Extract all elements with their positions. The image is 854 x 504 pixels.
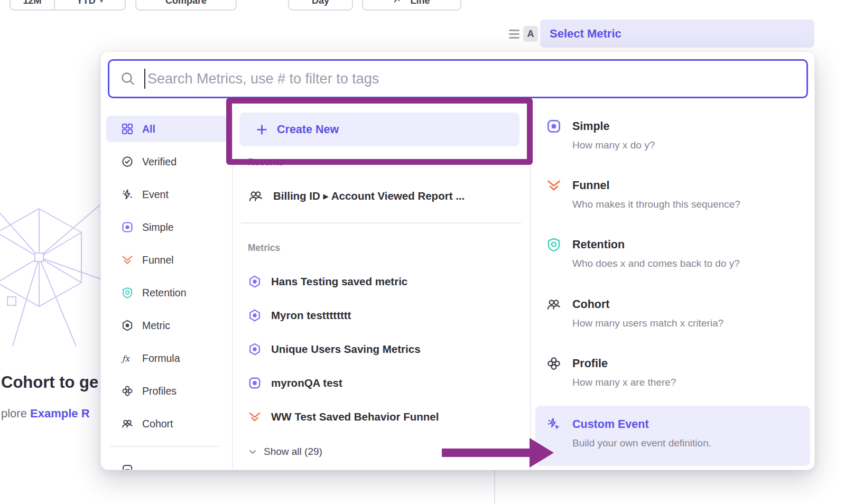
saved-metric-item[interactable]: Myron testttttttt [241,302,521,329]
search-icon [120,71,136,87]
saved-metric-label: Myron testttttttt [271,309,351,322]
sidebar-item-event[interactable]: Event [106,181,228,208]
funnel-icon [546,178,562,193]
metric-search[interactable] [108,59,808,98]
metric-type-profile[interactable]: Profile How many x are there? [535,356,810,388]
text-cursor [144,69,145,89]
sidebar-item-label: Funnel [142,254,174,266]
sidebar-item-verified[interactable]: Verified [106,148,228,175]
metric-type-retention[interactable]: Retention Who does x and comes back to d… [535,237,810,269]
select-metric-field[interactable]: Select Metric [540,20,814,48]
example-report-link[interactable]: Example R [30,407,90,420]
metric-type-title: Simple [572,120,610,133]
saved-metric-label: Unique Users Saving Metrics [271,343,421,356]
recent-metric-item[interactable]: Billing ID ▸ Account Viewed Report ... [241,184,521,208]
chevron-down-icon: ▾ [100,0,104,5]
sidebar-item-metric[interactable]: Metric [106,312,228,339]
cohort-icon [121,417,134,430]
sidebar-item-label: Verified [142,156,177,168]
metric-type-custom-event[interactable]: Custom Event Build your own event defini… [535,406,810,466]
metric-type-cohort[interactable]: Cohort How many users match x criteria? [535,296,810,329]
compare-label: Compare [165,0,207,6]
range-ytd-button[interactable]: YTD ▾ [54,0,125,10]
metric-type-desc: Who does x and comes back to do y? [572,258,810,269]
list-divider [241,222,521,223]
line-label: Line [410,0,430,6]
metric-type-desc: Build your own event definition. [572,437,810,449]
empty-state-illustration [0,174,104,349]
metric-type-simple[interactable]: Simple How many x do y? [535,118,810,151]
metric-type-title: Cohort [572,298,609,311]
sidebar-item-funnel[interactable]: Funnel [106,247,228,273]
show-all-toggle[interactable]: Show all (29) [248,444,322,460]
sidebar-item-all[interactable]: All [106,116,228,142]
formula-icon: ƒx [121,352,134,365]
metric-type-desc: How many x are there? [572,377,810,388]
panel-divider [494,470,495,504]
sidebar-item-label: All [142,123,155,135]
metric-type-desc: How many x do y? [572,139,810,151]
search-input[interactable] [147,71,796,87]
saved-metric-item[interactable]: WW Test Saved Behavior Funnel [241,403,521,431]
sidebar-item-simple[interactable]: Simple [106,214,228,240]
sidebar-item-label: Profiles [142,385,177,397]
grid-icon [121,123,134,135]
saved-metric-item[interactable]: myronQA test [241,369,521,397]
sidebar-divider [109,446,219,447]
funnel-icon [248,410,262,424]
sidebar-item-profiles[interactable]: Profiles [106,378,228,404]
sidebar-item-retention[interactable]: Retention [106,279,228,306]
verified-badge-icon [121,155,134,168]
sidebar-item-cohort[interactable]: Cohort [106,410,228,437]
sidebar-item-label: Cohort [142,418,173,430]
line-chart-type-button[interactable]: Line [362,0,461,11]
metric-type-funnel[interactable]: Funnel Who makes it through this sequenc… [535,178,810,210]
metric-hexagon-icon [248,275,262,288]
create-new-button[interactable]: Create New [239,113,519,146]
subline-text: plore [1,407,30,420]
saved-metric-label: WW Test Saved Behavior Funnel [271,410,439,423]
series-a-badge: A [523,26,538,42]
select-metric-label: Select Metric [550,27,621,41]
metric-type-title: Custom Event [572,418,649,431]
range-ytd-label: YTD [77,0,96,6]
metric-type-desc: Who makes it through this sequence? [572,199,810,210]
metric-type-title: Retention [572,238,625,251]
sidebar-item-label: Event [142,189,169,201]
day-label: Day [312,0,329,6]
saved-metric-item[interactable]: Hans Testing saved metric [241,268,521,295]
line-chart-icon [393,0,405,8]
event-spark-icon [121,188,134,201]
simple-metric-icon [546,118,562,134]
svg-text:ƒx: ƒx [121,354,131,363]
funnel-icon [121,254,134,266]
retention-icon [546,237,562,253]
range-12m-label: 12M [23,0,41,6]
sidebar-item-partial-icon [121,463,134,470]
saved-metric-item[interactable]: Unique Users Saving Metrics [241,335,521,363]
recents-heading: Recents [248,157,284,168]
day-granularity-button[interactable]: Day [288,0,353,11]
sidebar-item-label: Retention [142,287,186,299]
drag-handle-icon[interactable] [509,30,519,39]
cohort-icon [248,188,264,204]
sidebar-column-divider [232,110,233,470]
sidebar-item-label: Simple [142,221,174,234]
profiles-icon [546,356,562,371]
show-all-label: Show all (29) [264,446,322,458]
metric-hexagon-icon [121,319,134,332]
create-new-label: Create New [277,123,339,136]
metric-picker-modal: All Verified Event Simple Funnel Retenti… [100,51,815,470]
compare-button[interactable]: Compare [135,0,237,11]
recent-item-label: Billing ID ▸ Account Viewed Report ... [273,190,465,202]
sidebar-item-formula[interactable]: ƒx Formula [106,345,228,371]
profiles-icon [121,385,134,397]
range-12m-button[interactable]: 12M [11,0,54,10]
custom-event-icon [546,416,562,432]
empty-state-headline: Cohort to ge [1,373,98,392]
chevron-down-icon [248,447,257,456]
simple-metric-icon [121,221,134,234]
metric-type-title: Funnel [572,179,609,192]
saved-metric-label: Hans Testing saved metric [271,275,407,288]
types-column-divider [530,110,531,470]
